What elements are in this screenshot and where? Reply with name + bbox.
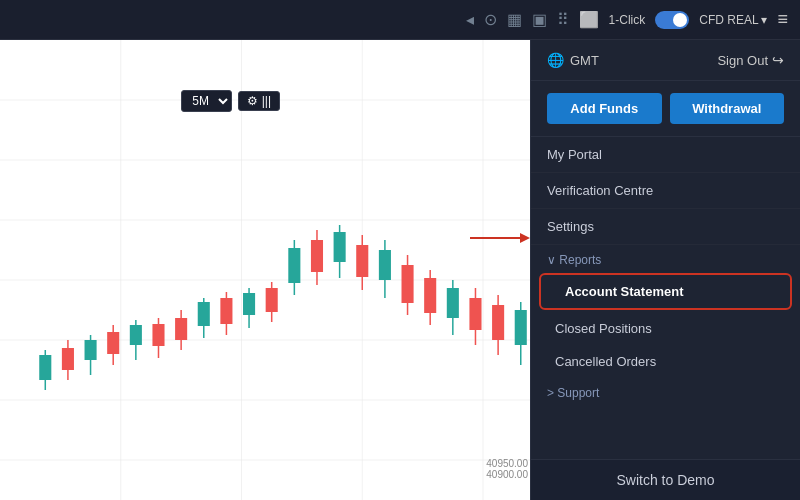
chart-controls: 5M ⚙ ||| <box>181 90 280 112</box>
frame-icon[interactable]: ⬜ <box>579 10 599 29</box>
timeframe-select[interactable]: 5M <box>181 90 232 112</box>
svg-rect-24 <box>152 324 164 346</box>
svg-rect-44 <box>379 250 391 280</box>
svg-rect-42 <box>356 245 368 277</box>
svg-rect-28 <box>198 302 210 326</box>
sign-out-button[interactable]: Sign Out ↪ <box>717 52 784 68</box>
chart-layout-icon[interactable]: ▦ <box>507 10 522 29</box>
svg-rect-34 <box>266 288 278 312</box>
my-portal-item[interactable]: My Portal <box>531 137 800 173</box>
gmt-label: 🌐 GMT <box>547 52 599 68</box>
hamburger-menu-icon[interactable]: ≡ <box>777 9 788 30</box>
cancelled-orders-item[interactable]: Cancelled Orders <box>531 345 800 378</box>
withdrawal-button[interactable]: Withdrawal <box>670 93 785 124</box>
chart-settings-button[interactable]: ⚙ ||| <box>238 91 280 111</box>
back-icon[interactable]: ◂ <box>466 10 474 29</box>
toolbar: ◂ ⊙ ▦ ▣ ⠿ ⬜ 1-Click CFD REAL ▾ ≡ <box>0 0 800 40</box>
grid-icon[interactable]: ⠿ <box>557 10 569 29</box>
settings-item[interactable]: Settings <box>531 209 800 245</box>
svg-rect-50 <box>447 288 459 318</box>
sign-out-icon: ↪ <box>772 52 784 68</box>
svg-rect-36 <box>288 248 300 283</box>
svg-rect-54 <box>492 305 504 340</box>
globe-icon: 🌐 <box>547 52 564 68</box>
svg-rect-46 <box>402 265 414 303</box>
cfd-label[interactable]: CFD REAL ▾ <box>699 13 767 27</box>
support-section-label: > Support <box>531 378 800 404</box>
switch-to-demo-button[interactable]: Switch to Demo <box>531 459 800 500</box>
one-click-label: 1-Click <box>609 13 646 27</box>
menu-items: My Portal Verification Centre Settings ∨… <box>531 137 800 459</box>
svg-rect-16 <box>62 348 74 370</box>
right-panel: 🌐 GMT Sign Out ↪ Add Funds Withdrawal My… <box>530 40 800 500</box>
price-label-1: 40950.00 <box>486 458 528 469</box>
chat-icon[interactable]: ▣ <box>532 10 547 29</box>
svg-rect-20 <box>107 332 119 354</box>
svg-rect-52 <box>469 298 481 330</box>
svg-rect-30 <box>220 298 232 324</box>
svg-rect-22 <box>130 325 142 345</box>
svg-rect-26 <box>175 318 187 340</box>
price-labels: 40950.00 40900.00 <box>486 458 528 480</box>
svg-rect-32 <box>243 293 255 315</box>
svg-rect-48 <box>424 278 436 313</box>
svg-marker-73 <box>520 233 530 243</box>
chart-arrow <box>470 228 530 252</box>
panel-header: 🌐 GMT Sign Out ↪ <box>531 40 800 81</box>
action-buttons: Add Funds Withdrawal <box>531 81 800 137</box>
verification-centre-item[interactable]: Verification Centre <box>531 173 800 209</box>
svg-rect-18 <box>85 340 97 360</box>
svg-rect-40 <box>334 232 346 262</box>
one-click-toggle[interactable] <box>655 11 689 29</box>
dollar-circle-icon[interactable]: ⊙ <box>484 10 497 29</box>
svg-rect-56 <box>515 310 527 345</box>
svg-rect-38 <box>311 240 323 272</box>
svg-rect-14 <box>39 355 51 380</box>
account-statement-item[interactable]: Account Statement <box>539 273 792 310</box>
reports-section-label: ∨ Reports <box>531 245 800 271</box>
closed-positions-item[interactable]: Closed Positions <box>531 312 800 345</box>
add-funds-button[interactable]: Add Funds <box>547 93 662 124</box>
price-label-2: 40900.00 <box>486 469 528 480</box>
